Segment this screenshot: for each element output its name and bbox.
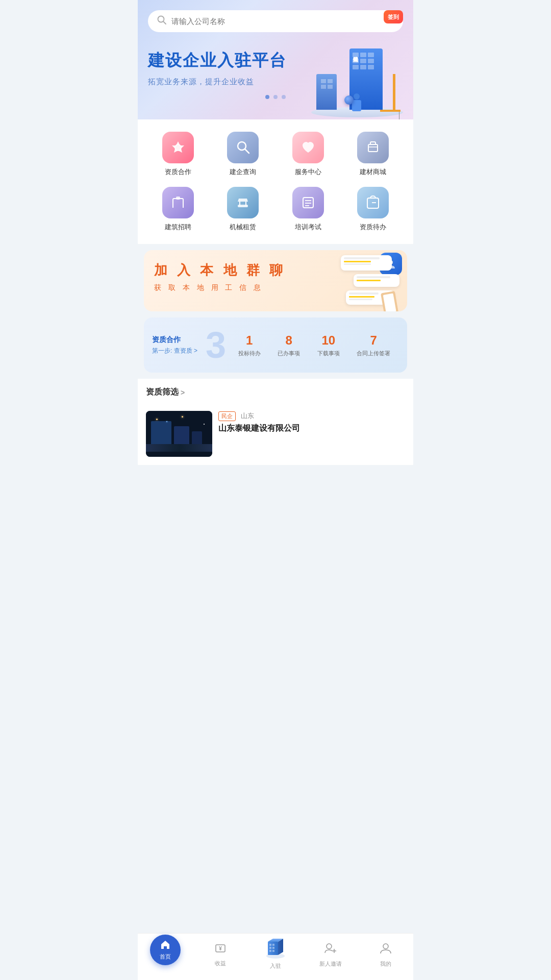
svg-line-1: [163, 21, 166, 24]
menu-item-service[interactable]: 服务中心: [278, 132, 338, 177]
menu-item-machinery[interactable]: 机械租赁: [213, 187, 273, 232]
chat-bubble-1: [341, 255, 392, 271]
hero-banner: 签到 建设企业入驻平台 拓宽业务来源，提升企业收益 建筑公司: [138, 0, 413, 119]
training-label: 培训考试: [295, 223, 321, 232]
company-search-icon: [227, 132, 259, 163]
chat-bubble-2: [354, 274, 399, 287]
service-icon: [292, 132, 324, 163]
stat-label-4: 合同上传签署: [357, 350, 390, 357]
hero-illustration: 建筑公司: [306, 31, 408, 119]
material-label: 建材商城: [360, 167, 386, 177]
service-label: 服务中心: [295, 167, 321, 177]
filter-chevron: >: [181, 388, 185, 397]
company-search-label: 建企查询: [230, 167, 256, 177]
company-name: 山东泰银建设有限公司: [218, 423, 405, 434]
machinery-label: 机械租赁: [230, 223, 256, 232]
stats-items: 1 投标待办 8 已办事项 10 下载事项 7 合同上传签署: [230, 333, 399, 357]
icons-section: 资质合作 建企查询 服务中心: [138, 119, 413, 244]
stats-link[interactable]: 第一步: 查资质 >: [152, 347, 203, 355]
sign-in-label: 签到: [388, 13, 399, 20]
qualification-pending-label: 资质待办: [360, 223, 386, 232]
qualification-icon: [162, 132, 194, 163]
company-info: 民企 山东 山东泰银建设有限公司: [218, 411, 405, 434]
dot-2[interactable]: [273, 95, 278, 99]
svg-line-5: [245, 149, 249, 153]
company-card[interactable]: 民企 山东 山东泰银建设有限公司: [138, 411, 413, 465]
stat-contract[interactable]: 7 合同上传签署: [357, 333, 390, 357]
sign-in-badge[interactable]: 签到: [384, 10, 403, 23]
dot-1[interactable]: [265, 95, 269, 99]
chat-banner[interactable]: 加 入 本 地 群 聊 获 取 本 地 用 工 信 息: [144, 250, 407, 311]
svg-rect-10: [303, 198, 313, 208]
filter-section: 资质筛选 >: [138, 379, 413, 411]
search-icon: [157, 15, 166, 27]
training-icon: [292, 187, 324, 218]
svg-rect-9: [238, 205, 248, 207]
filter-title[interactable]: 资质筛选 >: [146, 387, 405, 398]
dot-3[interactable]: [282, 95, 286, 99]
stats-section: 资质合作 第一步: 查资质 > 3 1 投标待办 8 已办事项 10 下载事项 …: [144, 317, 407, 373]
stat-num-4: 7: [370, 333, 377, 348]
stat-num-3: 10: [321, 333, 335, 348]
search-bar[interactable]: [148, 10, 403, 32]
company-tag: 民企: [218, 411, 236, 421]
stat-bid-pending[interactable]: 1 投标待办: [238, 333, 261, 357]
stat-label-2: 已办事项: [278, 350, 300, 357]
stat-num-2: 8: [286, 333, 292, 348]
menu-grid: 资质合作 建企查询 服务中心: [148, 132, 403, 232]
chat-illustration: [331, 253, 402, 309]
stat-download[interactable]: 10 下载事项: [317, 333, 340, 357]
search-input[interactable]: [171, 17, 394, 26]
stats-big-num: 3: [206, 327, 224, 363]
stats-title: 资质合作: [152, 335, 203, 345]
company-thumbnail: [146, 411, 212, 457]
qualification-label: 资质合作: [165, 167, 191, 177]
stat-label-3: 下载事项: [317, 350, 340, 357]
recruit-label: 建筑招聘: [165, 223, 191, 232]
stat-label-1: 投标待办: [238, 350, 261, 357]
svg-rect-8: [176, 197, 180, 200]
stats-left: 资质合作 第一步: 查资质 >: [152, 335, 203, 355]
svg-rect-6: [368, 144, 378, 152]
menu-item-recruit[interactable]: 建筑招聘: [148, 187, 208, 232]
machinery-icon: [227, 187, 259, 218]
menu-item-qualification[interactable]: 资质合作: [148, 132, 208, 177]
menu-item-qualification-pending[interactable]: 资质待办: [343, 187, 404, 232]
qualification-pending-icon: [357, 187, 389, 218]
menu-item-training[interactable]: 培训考试: [278, 187, 338, 232]
menu-item-material[interactable]: 建材商城: [343, 132, 404, 177]
recruit-icon: [162, 187, 194, 218]
material-icon: [357, 132, 389, 163]
stat-completed[interactable]: 8 已办事项: [278, 333, 300, 357]
menu-item-company-search[interactable]: 建企查询: [213, 132, 273, 177]
stat-num-1: 1: [246, 333, 253, 348]
